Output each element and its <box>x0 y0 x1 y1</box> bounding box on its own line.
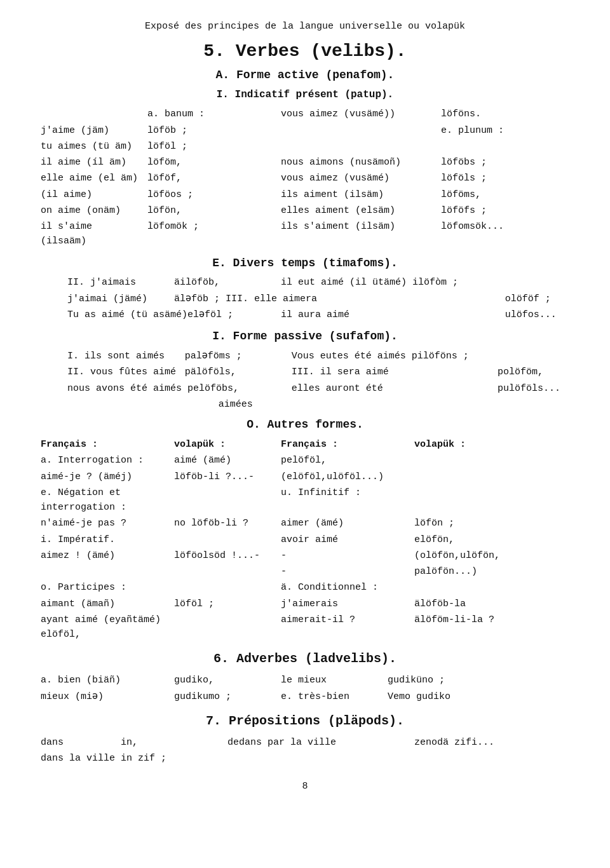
gudikuno-text: gudiküno ; <box>385 672 572 688</box>
francais2-header: Français : <box>278 437 412 452</box>
mieux-row: mieux (miə) gudikumo ; e. très-bien Vemo… <box>38 689 572 705</box>
bien-row: a. bien (biäñ) gudiko, le mieux gudiküno… <box>38 672 572 688</box>
pelofol-text: pelöföl, <box>278 452 412 468</box>
aime-ame-text: aimé (ämé) <box>172 452 278 468</box>
lofon-text: löfön, <box>145 203 278 219</box>
page-title: Exposé des principes de la langue univer… <box>38 19 572 34</box>
i-ils-text: I. ils sont aimés <box>65 348 182 364</box>
gudikumo-text: gudikumo ; <box>172 689 278 705</box>
banum-row: a. banum : vous aimez (vusämé)) löföns. <box>38 106 572 122</box>
participes-row: o. Participes : ä. Conditionnel : <box>38 580 572 595</box>
passive-table: I. ils sont aimés paləföms ; Vous eutes … <box>38 348 572 412</box>
tu-as-text: Tu as aimé (tü asämé)eləföl ; <box>65 307 278 323</box>
no-lofob-text: no löföb-li ? <box>172 515 278 531</box>
volapuk2-header: volapük : <box>412 437 572 452</box>
ils-aiment-text: ils aiment (ilsäm) <box>278 187 438 203</box>
vous-eutes-text: Vous eutes été aimés pilöföns ; <box>289 348 495 364</box>
elle-aime-text: elle aime (el äm) <box>38 170 145 186</box>
nous-aimons-text: nous aimons (nusämoñ) <box>278 154 438 170</box>
dedans-text: dedans par la ville <box>225 735 412 750</box>
dash1-text: - <box>278 548 412 564</box>
avoir-aime-text: avoir aimé <box>278 532 412 548</box>
tres-bien-text: e. très-bien <box>278 689 385 705</box>
conditionnel-label: ä. Conditionnel : <box>278 580 412 595</box>
aimees-text: aimées <box>182 397 289 412</box>
on-aime-row: on aime (onäm) löfön, elles aiment (elsä… <box>38 203 572 219</box>
ayant-aime-row: ayant aimé (eyañtämé) elöföl, aimerait-i… <box>38 612 572 643</box>
u-infinitif-text: u. Infinitif : <box>278 485 412 516</box>
iii-il-text: III. il sera aimé <box>289 364 495 380</box>
jaime-row: j'aime (jäm) löföb ; e. plunum : <box>38 123 572 139</box>
jaimais-row: II. j'aimais äilöföb, il eut aimé (il üt… <box>38 275 572 290</box>
il-aura-text: il aura aimé <box>278 307 503 323</box>
lofon2-text: löfön ; <box>412 515 572 531</box>
lofomsok-text: löfomsök... <box>438 219 572 250</box>
lofol-text: löföl ; <box>145 139 278 154</box>
il-aime-text: il aime (íl äm) <box>38 154 145 170</box>
dans-row: dans in, dedans par la ville zenodä zifi… <box>38 735 572 750</box>
aimez-row: aimez ! (ämé) löföolsöd !...- - (olöfön,… <box>38 548 572 564</box>
participes-label: o. Participes : <box>38 580 172 595</box>
lofofs-text: löföfs ; <box>438 203 572 219</box>
lofob-li-text: löföb-li ?...- <box>172 469 278 485</box>
jaimerais-text: j'aimerais <box>278 596 412 612</box>
elofon-text: elöfön, <box>412 532 572 548</box>
ii-vous-row: II. vous fûtes aimé pälöföls, III. il se… <box>38 364 572 380</box>
palofols-text: pälöföls, <box>182 364 289 380</box>
section-a-title: A. Forme active (penafom). <box>38 67 572 85</box>
vous-aimez2-text: vous aimez (vusämé) <box>278 170 438 186</box>
adverbes-title: 6. Adverbes (ladvelibs). <box>38 649 572 668</box>
vous-aimez-text: vous aimez (vusämé)) <box>278 106 438 122</box>
jaimai-text: j'aimai (jämé) <box>65 291 172 307</box>
olofof-text: olöföf ; <box>503 291 572 307</box>
ils-saime-text: il s'aime (ilsaäm) <box>38 219 145 250</box>
dans-text: dans <box>38 735 118 750</box>
divers-table: II. j'aimais äilöföb, il eut aimé (il üt… <box>38 275 572 323</box>
gudiko-text: gudiko, <box>172 672 278 688</box>
lofob-text: löföb ; <box>145 123 278 139</box>
lofol2-text: löföl ; <box>172 596 278 612</box>
ils-saiment-text: ils s'aiment (ilsäm) <box>278 219 438 250</box>
interrogation-row: a. Interrogation : aimé (ämé) pelöföl, <box>38 452 572 468</box>
aimant-text: aimant (ämañ) <box>38 596 172 612</box>
tu-aimes-row: tu aimes (tü äm) löföl ; <box>38 139 572 154</box>
elle-aime-row: elle aime (el äm) löföf, vous aimez (vus… <box>38 170 572 186</box>
in-text: in, <box>118 735 225 750</box>
ailofob-text: äilöföb, <box>172 275 278 290</box>
aime-je-row: aimé-je ? (äméj) löföb-li ?...- (elöföl,… <box>38 469 572 485</box>
imperatif-row: i. Impératif. avoir aimé elöfön, <box>38 532 572 548</box>
il-aime2-text: (il aime) <box>38 187 145 203</box>
nous-avons-text: nous avons été aimés pelöföbs, <box>65 381 289 397</box>
aime-je-text: aimé-je ? (äméj) <box>38 469 172 485</box>
lofols-text: löföls ; <box>438 170 572 186</box>
ils-saime-row: il s'aime (ilsaäm) löfomök ; ils s'aimen… <box>38 219 572 250</box>
aimer-ame-text: aimer (ämé) <box>278 515 412 531</box>
adverbes-table: a. bien (biäñ) gudiko, le mieux gudiküno… <box>38 672 572 705</box>
elles-aiment-text: elles aiment (elsäm) <box>278 203 438 219</box>
pulofols-text: pulöföls... <box>495 381 572 397</box>
ulofos-text: ulöfos... <box>503 307 572 323</box>
page-container: Exposé des principes de la langue univer… <box>38 19 572 794</box>
on-aime-text: on aime (onäm) <box>38 203 145 219</box>
lofomok-text: löfomök ; <box>145 219 278 250</box>
i-ils-row: I. ils sont aimés paləföms ; Vous eutes … <box>38 348 572 364</box>
section-i-title: I. Indicatif présent (patup). <box>38 87 572 103</box>
divers-title: E. Divers temps (timafoms). <box>38 255 572 273</box>
aimerait-il-text: aimerait-il ? <box>278 612 412 643</box>
plunum-text: e. plunum : <box>438 123 572 139</box>
vemo-text: Vemo gudiko <box>385 689 572 705</box>
naime-je-row: n'aimé-je pas ? no löföb-li ? aimer (ämé… <box>38 515 572 531</box>
ayant-aime-text: ayant aimé (eyañtämé) elöföl, <box>38 612 172 643</box>
in-zif-text: in zif ; <box>118 750 225 766</box>
olofon-text: (olöfön,ulöfön, <box>412 548 572 564</box>
il-aime-row: il aime (íl äm) löföm, nous aimons (nusä… <box>38 154 572 170</box>
mieux-text: mieux (miə) <box>38 689 172 705</box>
alofob-la-text: älöföb-la <box>412 596 572 612</box>
dash2-text: - <box>278 564 412 580</box>
lofos-text: löföos ; <box>145 187 278 203</box>
polofom-text: polöföm, <box>495 364 572 380</box>
elles-auront-text: elles auront été <box>289 381 495 397</box>
dans-la-ville-row: dans la ville in zif ; <box>38 750 572 766</box>
page-number: 8 <box>38 779 572 794</box>
zenoda-text: zenodä zifi... <box>412 735 572 750</box>
